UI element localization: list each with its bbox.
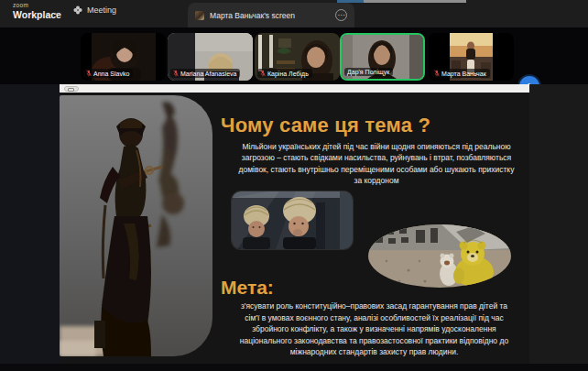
participant-name-badge: Mariana Afanasieva xyxy=(170,69,240,78)
participant-name: Дар'я Поліщук xyxy=(347,69,389,75)
shared-screen-thumbnail-icon xyxy=(195,11,204,20)
window-titlebar: zoom Workplace ⌄ Meeting Марта Ваньчак's… xyxy=(0,0,588,27)
left-letterbox xyxy=(0,84,60,364)
mic-muted-icon xyxy=(434,70,440,77)
slide-title: Чому саме ця тема ? xyxy=(221,114,430,137)
participant-name: Марта Ваньчак xyxy=(441,71,486,77)
justice-statue-image xyxy=(60,95,212,356)
mic-muted-icon xyxy=(86,70,92,77)
participant-name-badge: Каріна Лебідь xyxy=(257,69,312,78)
participant-name: Mariana Afanasieva xyxy=(180,71,236,77)
chevron-down-icon[interactable]: ⌄ xyxy=(53,7,60,16)
shared-screen-view: Чому саме ця тема ? Мільйони українських… xyxy=(60,84,529,364)
bottom-letterbox xyxy=(0,364,588,371)
slide-goal-text: з'ясувати роль конституційно–правових за… xyxy=(235,300,513,358)
tab-options-ellipsis-icon[interactable]: ⋯ xyxy=(335,9,347,21)
video-tile-anna-slavko[interactable]: Anna Slavko xyxy=(81,33,166,81)
slide-goal-heading: Мета: xyxy=(221,277,274,299)
participant-name: Anna Slavko xyxy=(93,71,129,77)
shared-window-toolbar xyxy=(60,84,529,93)
participant-name-badge: Дар'я Поліщук xyxy=(344,68,393,76)
participant-name-badge: Марта Ваньчак xyxy=(431,69,490,78)
children-in-window-image xyxy=(232,191,353,249)
tab-meeting[interactable]: Meeting xyxy=(73,5,116,15)
mic-muted-icon xyxy=(173,70,179,77)
presentation-slide: Чому саме ця тема ? Мільйони українських… xyxy=(60,93,529,364)
top-progress-gray-segment xyxy=(364,0,466,3)
participant-name-badge: Anna Slavko xyxy=(83,69,133,78)
video-tile-marta-vanchak[interactable]: Марта Ваньчак xyxy=(429,33,514,81)
zoom-workplace-window: zoom Workplace ⌄ Meeting Марта Ваньчак's… xyxy=(0,0,588,371)
shared-screen-tab-label: Марта Ваньчак's screen xyxy=(210,11,330,20)
toolbar-widget-icon[interactable] xyxy=(64,86,79,92)
meeting-tab-label: Meeting xyxy=(87,5,116,15)
meeting-icon xyxy=(73,5,82,15)
mic-muted-icon xyxy=(260,70,266,77)
video-tile-karina-lebid[interactable]: Каріна Лебідь xyxy=(255,33,340,81)
participant-filmstrip: Anna Slavko Mariana Afa xyxy=(0,27,588,84)
slide-intro-text: Мільйони українських дітей під час війни… xyxy=(235,141,517,186)
video-tile-daria-polishchuk[interactable]: Дар'я Поліщук xyxy=(340,33,425,81)
right-letterbox xyxy=(529,84,588,364)
participant-name: Каріна Лебідь xyxy=(267,71,309,77)
video-tile-mariana-afanasieva[interactable]: Mariana Afanasieva xyxy=(168,33,253,81)
tab-shared-screen[interactable]: Марта Ваньчак's screen ⋯ xyxy=(188,3,354,27)
teddy-in-ruins-image xyxy=(368,224,511,288)
